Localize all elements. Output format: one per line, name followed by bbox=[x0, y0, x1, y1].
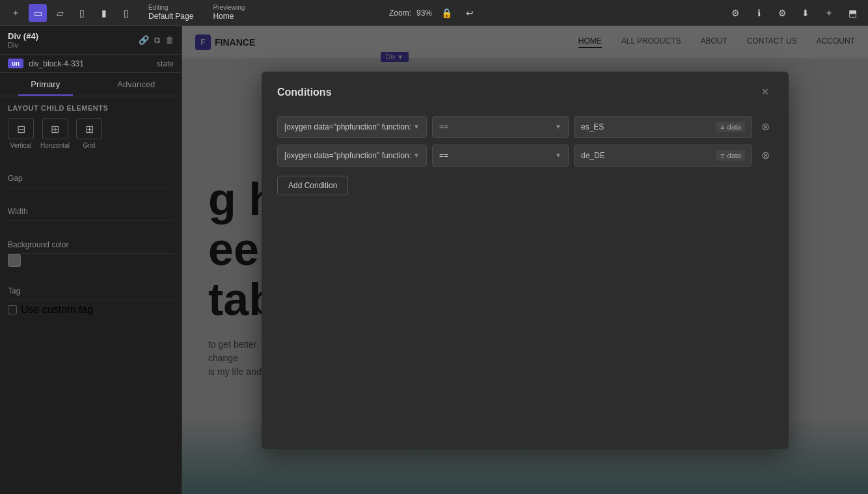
delete-icon[interactable]: 🗑 bbox=[165, 35, 174, 46]
remove-condition-2[interactable]: ⊗ bbox=[757, 148, 773, 163]
main-content: F FINANCE HOME ALL PRODUCTS ABOUT CONTAC… bbox=[182, 26, 868, 494]
condition-right-value-2: de_DE ≡ data bbox=[574, 144, 752, 167]
info-icon[interactable]: ℹ bbox=[750, 4, 768, 22]
settings-icon[interactable]: ⚙ bbox=[726, 4, 744, 22]
condition-right-text-2: de_DE bbox=[581, 151, 605, 160]
modal-overlay: Conditions × [oxygen data="phpfunction" … bbox=[182, 26, 868, 494]
bg-color-label: Background color bbox=[8, 240, 68, 249]
previewing-section: Previewing Home bbox=[213, 4, 245, 21]
bg-color-swatch[interactable] bbox=[8, 254, 21, 267]
panel-section-gap: Gap bbox=[0, 162, 182, 195]
download-icon[interactable]: ⬇ bbox=[796, 4, 815, 22]
data-icon-2: ≡ bbox=[720, 152, 724, 159]
desktop-icon[interactable]: ▭ bbox=[29, 4, 47, 22]
lock-icon[interactable]: 🔒 bbox=[437, 4, 455, 22]
layout-icons-row: ⊟ Vertical ⊞ Horizontal ⊞ Grid bbox=[8, 118, 174, 149]
tablet-icon[interactable]: ▯ bbox=[73, 4, 91, 22]
undo-icon[interactable]: ↩ bbox=[461, 4, 479, 22]
header-icons: 🔗 ⧉ 🗑 bbox=[139, 35, 174, 46]
panel-section-bg: Background color bbox=[0, 228, 182, 275]
remove-condition-1[interactable]: ⊗ bbox=[757, 119, 773, 135]
layout-section-title: Layout Child Elements bbox=[8, 104, 174, 112]
conditions-modal: Conditions × [oxygen data="phpfunction" … bbox=[262, 72, 789, 449]
copy-icon[interactable]: ⧉ bbox=[154, 35, 160, 46]
data-label-2: data bbox=[727, 152, 741, 159]
custom-tag-label: Use custom tag bbox=[21, 304, 93, 316]
condition-operator-select-1[interactable]: == ▼ bbox=[432, 116, 569, 138]
condition-left-value-1: [oxygen data="phpfunction" function: bbox=[284, 122, 411, 131]
panel-section-tag: Tag Use custom tag bbox=[0, 275, 182, 327]
tabs-row: Primary Advanced bbox=[0, 73, 182, 96]
horizontal-label: Horizontal bbox=[40, 142, 70, 149]
chevron-down-icon-3: ▼ bbox=[413, 152, 420, 159]
gear-icon[interactable]: ⚙ bbox=[773, 4, 791, 22]
top-toolbar: ＋ ▭ ▱ ▯ ▮ ▯ Editing Default Page Preview… bbox=[0, 0, 868, 26]
condition-left-value-2: [oxygen data="phpfunction" function: bbox=[284, 151, 411, 160]
condition-left-select-1[interactable]: [oxygen data="phpfunction" function: ▼ bbox=[277, 116, 427, 138]
condition-operator-select-2[interactable]: == ▼ bbox=[432, 144, 569, 167]
export-icon[interactable]: ⬒ bbox=[843, 4, 861, 22]
custom-tag-checkbox[interactable] bbox=[8, 305, 17, 314]
condition-operator-value-1: == bbox=[439, 122, 448, 131]
tab-advanced[interactable]: Advanced bbox=[91, 73, 182, 96]
condition-right-text-1: es_ES bbox=[581, 122, 604, 131]
width-label: Width bbox=[8, 207, 28, 216]
element-header: Div (#4) Div 🔗 ⧉ 🗑 bbox=[0, 26, 182, 55]
modal-title: Conditions bbox=[277, 87, 332, 98]
gap-row: Gap bbox=[8, 170, 174, 187]
condition-operator-value-2: == bbox=[439, 151, 448, 160]
phone-icon[interactable]: ▯ bbox=[117, 4, 135, 22]
plus-icon[interactable]: ＋ bbox=[820, 4, 838, 22]
condition-data-btn-2[interactable]: ≡ data bbox=[716, 150, 745, 161]
layout-grid[interactable]: ⊞ Grid bbox=[76, 118, 102, 149]
previewing-label: Previewing bbox=[213, 4, 245, 12]
state-label: state bbox=[157, 59, 174, 68]
modal-close-button[interactable]: × bbox=[757, 85, 773, 100]
chevron-down-icon-2: ▼ bbox=[555, 123, 562, 130]
editing-section: Editing Default Page bbox=[148, 4, 193, 21]
element-title: Div (#4) bbox=[8, 31, 38, 41]
add-condition-button[interactable]: Add Condition bbox=[277, 176, 348, 195]
custom-tag-row: Use custom tag bbox=[8, 300, 174, 320]
horizontal-icon: ⊞ bbox=[42, 118, 68, 139]
link-icon[interactable]: 🔗 bbox=[139, 35, 149, 46]
mobile-icon[interactable]: ▮ bbox=[95, 4, 113, 22]
state-name: div_block-4-331 bbox=[29, 59, 84, 68]
state-bar: on div_block-4-331 state bbox=[0, 55, 182, 73]
previewing-value: Home bbox=[213, 12, 245, 21]
tag-label: Tag bbox=[8, 286, 20, 295]
zoom-value: 93% bbox=[416, 8, 432, 18]
toolbar-center: Zoom: 93% 🔒 ↩ bbox=[389, 4, 479, 22]
data-label-1: data bbox=[727, 123, 741, 131]
gap-label: Gap bbox=[8, 174, 23, 183]
element-subtitle: Div bbox=[8, 41, 38, 49]
chevron-down-icon-4: ▼ bbox=[555, 152, 562, 159]
tab-primary[interactable]: Primary bbox=[0, 73, 91, 96]
data-icon: ≡ bbox=[720, 123, 724, 131]
condition-data-btn-1[interactable]: ≡ data bbox=[716, 122, 745, 132]
condition-left-select-2[interactable]: [oxygen data="phpfunction" function: ▼ bbox=[277, 144, 427, 167]
condition-right-value-1: es_ES ≡ data bbox=[574, 116, 752, 138]
left-panel: Div (#4) Div 🔗 ⧉ 🗑 on div_block-4-331 st… bbox=[0, 26, 182, 494]
width-row: Width bbox=[8, 203, 174, 221]
condition-row-2: [oxygen data="phpfunction" function: ▼ =… bbox=[277, 144, 773, 167]
panel-section-width: Width bbox=[0, 195, 182, 228]
toolbar-right: ⚙ ℹ ⚙ ⬇ ＋ ⬒ bbox=[726, 4, 861, 22]
chevron-down-icon: ▼ bbox=[413, 123, 420, 130]
editing-label: Editing bbox=[148, 4, 193, 12]
add-icon[interactable]: ＋ bbox=[7, 4, 25, 22]
bg-color-row: Background color bbox=[8, 236, 174, 254]
modal-header: Conditions × bbox=[277, 85, 773, 100]
laptop-icon[interactable]: ▱ bbox=[51, 4, 69, 22]
layout-vertical[interactable]: ⊟ Vertical bbox=[8, 118, 34, 149]
layout-horizontal[interactable]: ⊞ Horizontal bbox=[40, 118, 70, 149]
toolbar-icons: ＋ ▭ ▱ ▯ ▮ ▯ bbox=[7, 4, 135, 22]
grid-label: Grid bbox=[83, 142, 96, 149]
panel-section-layout: Layout Child Elements ⊟ Vertical ⊞ Horiz… bbox=[0, 96, 182, 162]
vertical-label: Vertical bbox=[10, 142, 32, 149]
editing-value: Default Page bbox=[148, 12, 193, 21]
zoom-label: Zoom: bbox=[389, 8, 411, 18]
state-badge: on bbox=[8, 59, 23, 68]
condition-row-1: [oxygen data="phpfunction" function: ▼ =… bbox=[277, 116, 773, 138]
tag-row: Tag bbox=[8, 282, 174, 300]
